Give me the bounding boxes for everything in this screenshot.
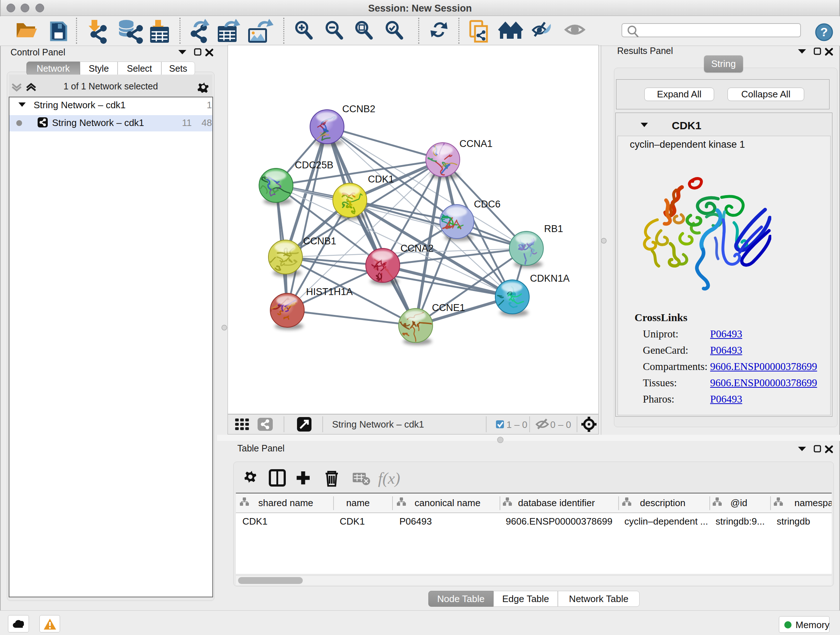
svg-text:CCNB2: CCNB2 (342, 103, 376, 114)
svg-text:CDC25B: CDC25B (295, 160, 333, 171)
svg-text:CDC6: CDC6 (474, 199, 501, 210)
svg-text:CDKN1A: CDKN1A (530, 273, 570, 284)
svg-text:CCNA2: CCNA2 (401, 243, 434, 254)
svg-text:CCNE1: CCNE1 (432, 302, 465, 313)
svg-text:RB1: RB1 (544, 223, 563, 234)
svg-text:CCNB1: CCNB1 (303, 236, 336, 247)
svg-text:HIST1H1A: HIST1H1A (306, 287, 353, 297)
svg-text:CCNA1: CCNA1 (459, 138, 493, 149)
svg-text:f(x): f(x) (378, 470, 400, 487)
svg-text:?: ? (821, 25, 828, 39)
svg-text:CDK1: CDK1 (368, 174, 394, 185)
